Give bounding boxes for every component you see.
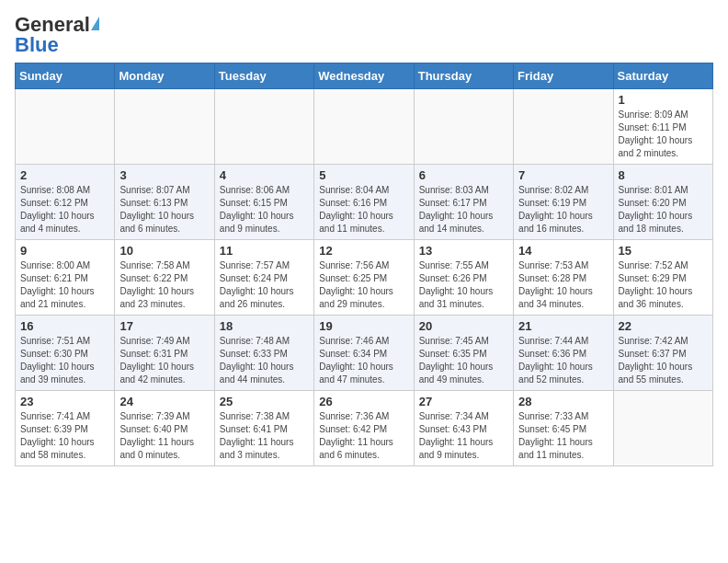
day-info: Sunrise: 7:53 AM Sunset: 6:28 PM Dayligh… [518,259,608,311]
calendar-cell-w1d5: 7Sunrise: 8:02 AM Sunset: 6:19 PM Daylig… [514,165,613,240]
calendar-cell-w2d2: 11Sunrise: 7:57 AM Sunset: 6:24 PM Dayli… [214,240,313,316]
day-info: Sunrise: 7:55 AM Sunset: 6:26 PM Dayligh… [419,259,508,311]
calendar-cell-w3d2: 18Sunrise: 7:48 AM Sunset: 6:33 PM Dayli… [214,316,313,391]
day-info: Sunrise: 7:33 AM Sunset: 6:45 PM Dayligh… [518,410,608,462]
day-number: 3 [119,168,209,182]
day-number: 11 [220,244,309,258]
calendar-cell-w2d3: 12Sunrise: 7:56 AM Sunset: 6:25 PM Dayli… [314,240,414,316]
calendar-cell-w4d1: 24Sunrise: 7:39 AM Sunset: 6:40 PM Dayli… [115,391,214,466]
calendar-cell-w4d4: 27Sunrise: 7:34 AM Sunset: 6:43 PM Dayli… [414,391,513,466]
day-number: 10 [119,244,209,258]
day-info: Sunrise: 8:00 AM Sunset: 6:21 PM Dayligh… [20,259,109,311]
weekday-header-tuesday: Tuesday [214,63,313,89]
calendar-cell-w1d4: 6Sunrise: 8:03 AM Sunset: 6:17 PM Daylig… [414,165,513,240]
day-info: Sunrise: 7:42 AM Sunset: 6:37 PM Dayligh… [619,335,708,386]
calendar-cell-w0d3 [314,89,414,165]
calendar-cell-w2d4: 13Sunrise: 7:55 AM Sunset: 6:26 PM Dayli… [414,240,513,316]
day-number: 27 [419,395,508,408]
day-info: Sunrise: 8:08 AM Sunset: 6:12 PM Dayligh… [20,184,109,236]
day-number: 9 [20,244,109,258]
day-info: Sunrise: 7:48 AM Sunset: 6:33 PM Dayligh… [220,335,309,386]
day-info: Sunrise: 7:56 AM Sunset: 6:25 PM Dayligh… [319,259,408,311]
day-number: 8 [619,168,708,182]
calendar-cell-w3d6: 22Sunrise: 7:42 AM Sunset: 6:37 PM Dayli… [613,316,712,391]
calendar-cell-w2d0: 9Sunrise: 8:00 AM Sunset: 6:21 PM Daylig… [16,240,115,316]
calendar-cell-w3d0: 16Sunrise: 7:51 AM Sunset: 6:30 PM Dayli… [16,316,115,391]
calendar-cell-w4d5: 28Sunrise: 7:33 AM Sunset: 6:45 PM Dayli… [514,391,613,466]
logo-triangle-icon [91,17,99,30]
day-number: 24 [119,395,209,408]
day-number: 12 [319,244,408,258]
day-info: Sunrise: 7:57 AM Sunset: 6:24 PM Dayligh… [220,259,309,311]
calendar-cell-w3d4: 20Sunrise: 7:45 AM Sunset: 6:35 PM Dayli… [414,316,513,391]
calendar-cell-w0d2 [214,89,313,165]
day-number: 26 [319,395,408,408]
day-number: 16 [20,319,109,333]
day-info: Sunrise: 7:36 AM Sunset: 6:42 PM Dayligh… [319,410,408,462]
day-info: Sunrise: 8:06 AM Sunset: 6:15 PM Dayligh… [220,184,309,236]
calendar-cell-w1d6: 8Sunrise: 8:01 AM Sunset: 6:20 PM Daylig… [613,165,712,240]
day-number: 22 [619,319,708,333]
day-number: 15 [619,244,708,258]
day-number: 13 [419,244,508,258]
day-number: 28 [518,395,608,408]
weekday-header-thursday: Thursday [414,63,513,89]
weekday-header-saturday: Saturday [613,63,712,89]
day-number: 19 [319,319,408,333]
calendar-cell-w4d3: 26Sunrise: 7:36 AM Sunset: 6:42 PM Dayli… [314,391,414,466]
calendar-cell-w2d6: 15Sunrise: 7:52 AM Sunset: 6:29 PM Dayli… [613,240,712,316]
calendar-cell-w1d0: 2Sunrise: 8:08 AM Sunset: 6:12 PM Daylig… [16,165,115,240]
day-number: 2 [20,168,109,182]
day-info: Sunrise: 8:01 AM Sunset: 6:20 PM Dayligh… [619,184,708,236]
logo-general-text: General [15,15,90,35]
calendar-cell-w0d4 [414,89,513,165]
day-info: Sunrise: 7:39 AM Sunset: 6:40 PM Dayligh… [119,410,209,462]
calendar-cell-w3d1: 17Sunrise: 7:49 AM Sunset: 6:31 PM Dayli… [115,316,214,391]
day-info: Sunrise: 8:02 AM Sunset: 6:19 PM Dayligh… [518,184,608,236]
calendar-cell-w1d1: 3Sunrise: 8:07 AM Sunset: 6:13 PM Daylig… [115,165,214,240]
calendar-cell-w0d1 [115,89,214,165]
page-header: General Blue [15,15,713,55]
day-info: Sunrise: 7:45 AM Sunset: 6:35 PM Dayligh… [419,335,508,386]
day-number: 17 [119,319,209,333]
weekday-header-friday: Friday [514,63,613,89]
calendar-cell-w1d2: 4Sunrise: 8:06 AM Sunset: 6:15 PM Daylig… [214,165,313,240]
day-info: Sunrise: 8:04 AM Sunset: 6:16 PM Dayligh… [319,184,408,236]
day-info: Sunrise: 7:38 AM Sunset: 6:41 PM Dayligh… [220,410,309,462]
day-number: 6 [419,168,508,182]
calendar-cell-w4d2: 25Sunrise: 7:38 AM Sunset: 6:41 PM Dayli… [214,391,313,466]
day-number: 1 [619,93,708,107]
weekday-header-wednesday: Wednesday [314,63,414,89]
day-number: 5 [319,168,408,182]
logo: General Blue [15,15,99,55]
calendar-cell-w1d3: 5Sunrise: 8:04 AM Sunset: 6:16 PM Daylig… [314,165,414,240]
day-info: Sunrise: 8:07 AM Sunset: 6:13 PM Dayligh… [119,184,209,236]
day-info: Sunrise: 7:44 AM Sunset: 6:36 PM Dayligh… [518,335,608,386]
day-number: 4 [220,168,309,182]
day-number: 7 [518,168,608,182]
weekday-header-sunday: Sunday [16,63,115,89]
day-number: 25 [220,395,309,408]
day-number: 23 [20,395,109,408]
day-info: Sunrise: 7:51 AM Sunset: 6:30 PM Dayligh… [20,335,109,386]
day-info: Sunrise: 7:41 AM Sunset: 6:39 PM Dayligh… [20,410,109,462]
day-info: Sunrise: 8:03 AM Sunset: 6:17 PM Dayligh… [419,184,508,236]
weekday-header-monday: Monday [115,63,214,89]
day-number: 21 [518,319,608,333]
day-info: Sunrise: 7:34 AM Sunset: 6:43 PM Dayligh… [419,410,508,462]
logo-blue-text: Blue [15,35,59,55]
day-number: 18 [220,319,309,333]
calendar-cell-w0d0 [16,89,115,165]
calendar-cell-w0d5 [514,89,613,165]
calendar-cell-w2d5: 14Sunrise: 7:53 AM Sunset: 6:28 PM Dayli… [514,240,613,316]
day-info: Sunrise: 7:58 AM Sunset: 6:22 PM Dayligh… [119,259,209,311]
day-number: 20 [419,319,508,333]
calendar-cell-w4d0: 23Sunrise: 7:41 AM Sunset: 6:39 PM Dayli… [16,391,115,466]
day-info: Sunrise: 7:49 AM Sunset: 6:31 PM Dayligh… [119,335,209,386]
calendar-cell-w4d6 [613,391,712,466]
calendar-cell-w3d3: 19Sunrise: 7:46 AM Sunset: 6:34 PM Dayli… [314,316,414,391]
calendar-cell-w0d6: 1Sunrise: 8:09 AM Sunset: 6:11 PM Daylig… [613,89,712,165]
day-info: Sunrise: 7:46 AM Sunset: 6:34 PM Dayligh… [319,335,408,386]
calendar-table: SundayMondayTuesdayWednesdayThursdayFrid… [15,63,713,466]
day-info: Sunrise: 8:09 AM Sunset: 6:11 PM Dayligh… [619,109,708,160]
